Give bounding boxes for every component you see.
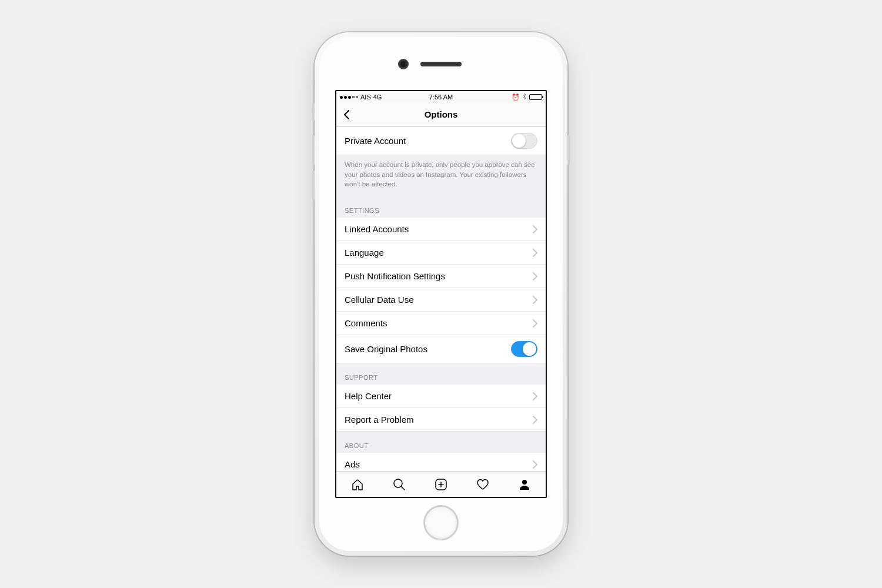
row-label: Report a Problem: [345, 415, 414, 425]
power-button: [567, 135, 570, 165]
tab-add[interactable]: [433, 477, 449, 492]
carrier-label: AIS: [360, 93, 371, 101]
tab-bar: [336, 471, 546, 497]
chevron-right-icon: [533, 392, 537, 400]
status-bar: AIS 4G 7:56 AM ⏰: [336, 91, 546, 103]
profile-icon: [517, 477, 532, 492]
row-label: Ads: [345, 459, 360, 469]
bluetooth-icon: [522, 93, 527, 101]
row-label: Save Original Photos: [345, 344, 427, 354]
save-original-photos-toggle[interactable]: [511, 341, 537, 357]
row-label: Push Notification Settings: [345, 271, 445, 281]
linked-accounts-row[interactable]: Linked Accounts: [336, 218, 546, 241]
private-account-row[interactable]: Private Account: [336, 126, 546, 155]
page-title: Options: [425, 109, 458, 119]
chevron-right-icon: [533, 460, 537, 469]
ads-row[interactable]: Ads: [336, 453, 546, 471]
screen: AIS 4G 7:56 AM ⏰ Options: [335, 90, 547, 498]
tab-search[interactable]: [392, 477, 407, 492]
section-header-support: SUPPORT: [336, 363, 546, 385]
tab-home[interactable]: [350, 477, 365, 492]
row-label: Linked Accounts: [345, 224, 409, 234]
settings-content[interactable]: Private Account When your account is pri…: [336, 126, 546, 471]
chevron-right-icon: [533, 272, 537, 280]
report-a-problem-row[interactable]: Report a Problem: [336, 408, 546, 432]
row-label: Cellular Data Use: [345, 295, 414, 305]
private-account-label: Private Account: [345, 136, 406, 146]
private-account-description: When your account is private, only peopl…: [336, 155, 546, 196]
volume-down-button: [312, 171, 315, 200]
tab-activity[interactable]: [475, 477, 490, 492]
signal-strength-icon: [340, 96, 358, 99]
chevron-right-icon: [533, 319, 537, 328]
heart-icon: [476, 477, 490, 492]
battery-icon: [529, 94, 542, 100]
svg-line-1: [401, 486, 405, 490]
network-label: 4G: [373, 93, 382, 101]
cellular-data-use-row[interactable]: Cellular Data Use: [336, 288, 546, 312]
save-original-photos-row[interactable]: Save Original Photos: [336, 335, 546, 363]
alarm-icon: ⏰: [512, 93, 520, 101]
home-button[interactable]: [423, 505, 459, 540]
phone-frame: AIS 4G 7:56 AM ⏰ Options: [315, 32, 567, 556]
row-label: Language: [345, 248, 384, 258]
front-camera: [400, 61, 407, 68]
chevron-right-icon: [533, 225, 537, 233]
chevron-right-icon: [533, 296, 537, 304]
add-post-icon: [434, 477, 448, 492]
mute-switch: [312, 103, 315, 121]
help-center-row[interactable]: Help Center: [336, 385, 546, 408]
section-header-about: ABOUT: [336, 432, 546, 453]
chevron-right-icon: [533, 249, 537, 257]
home-icon: [350, 477, 365, 492]
chevron-right-icon: [533, 416, 537, 424]
section-header-settings: SETTINGS: [336, 196, 546, 218]
back-button[interactable]: [341, 109, 353, 121]
volume-up-button: [312, 135, 315, 165]
tab-profile[interactable]: [517, 477, 532, 492]
earpiece-speaker: [420, 62, 462, 66]
push-notification-settings-row[interactable]: Push Notification Settings: [336, 265, 546, 288]
nav-bar: Options: [336, 103, 546, 126]
search-icon: [392, 477, 406, 492]
row-label: Comments: [345, 318, 387, 328]
language-row[interactable]: Language: [336, 241, 546, 265]
private-account-toggle[interactable]: [511, 133, 537, 149]
svg-point-5: [522, 480, 527, 485]
comments-row[interactable]: Comments: [336, 312, 546, 335]
row-label: Help Center: [345, 391, 392, 401]
status-time: 7:56 AM: [429, 93, 453, 101]
